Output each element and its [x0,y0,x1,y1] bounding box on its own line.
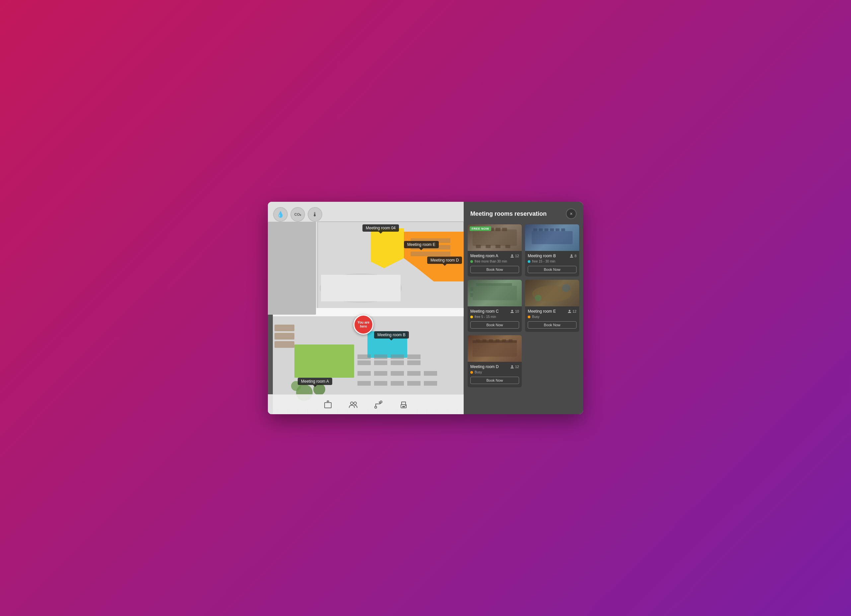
svg-rect-84 [533,228,537,231]
print-toolbar-icon[interactable] [398,399,410,410]
svg-rect-31 [407,381,421,386]
svg-rect-78 [476,245,481,248]
room-card-a[interactable]: FREE NOW Meeting room A 12 free more tha… [468,224,522,276]
room-e-status-text: Busy [532,315,539,319]
room-card-e[interactable]: Meeting room E 12 Busy Book Now [525,280,579,332]
close-button[interactable]: × [566,209,576,219]
people-toolbar-icon[interactable] [347,399,359,410]
svg-rect-32 [424,381,437,386]
room-e-fp-label[interactable]: Meeting room E [404,241,439,248]
svg-rect-83 [532,231,573,244]
svg-point-66 [354,402,356,404]
svg-rect-17 [374,355,387,359]
humidity-sensor-icon[interactable]: 💧 [273,207,288,222]
room-a-info: Meeting room A 12 free more than 30 min … [468,251,522,276]
room-a-image: FREE NOW [468,224,522,251]
svg-rect-91 [473,286,517,300]
room-b-status: free 15 - 30 min [528,260,576,263]
svg-rect-85 [539,228,543,231]
room-d-info: Meeting room D 12 Busy Book Now [468,362,522,387]
room-c-status: free 5 - 15 min [470,315,519,319]
free-now-badge-a: FREE NOW [470,226,491,231]
svg-point-97 [535,295,542,301]
room-c-status-text: free 5 - 15 min [475,315,496,319]
svg-rect-26 [407,371,421,376]
svg-rect-102 [476,339,480,342]
svg-rect-21 [407,355,421,359]
room-d-status: Busy [470,370,519,374]
svg-rect-81 [505,245,510,248]
svg-rect-30 [391,381,404,386]
room-a-book-button[interactable]: Book Now [470,266,519,273]
room-b-status-dot [528,260,531,263]
svg-rect-25 [391,371,404,376]
room-d-fp-label[interactable]: Meeting room D [427,257,462,264]
panel-header: Meeting rooms reservation × [464,202,583,224]
svg-point-90 [571,255,572,256]
room-c-info: Meeting room C 10 free 5 - 15 min Book N… [468,306,522,332]
svg-rect-72 [473,229,517,246]
room-a-name: Meeting room A [470,254,498,258]
room-e-capacity: 12 [568,310,576,313]
room-e-status-dot [528,316,531,318]
svg-rect-29 [374,381,387,386]
floor-plan-area: 💧 CO₂ 🌡 Meeting room 04 Meeting room E M… [268,202,464,414]
bottom-toolbar [268,394,464,414]
svg-rect-12 [275,325,295,331]
room-d-book-button[interactable]: Book Now [470,377,519,384]
room-c-image [468,280,522,306]
panel-title: Meeting rooms reservation [470,210,547,217]
room-b-book-button[interactable]: Book Now [528,266,576,273]
svg-point-108 [511,365,513,367]
room-card-c[interactable]: Meeting room C 10 free 5 - 15 min Book N… [468,280,522,332]
svg-rect-13 [275,333,295,340]
sensor-icons: 💧 CO₂ 🌡 [273,207,322,222]
svg-rect-19 [391,355,404,359]
directions-toolbar-icon[interactable] [372,399,384,410]
co2-sensor-icon[interactable]: CO₂ [290,207,305,222]
room-e-name: Meeting room E [528,309,556,314]
svg-rect-80 [496,245,501,248]
svg-rect-105 [496,339,499,342]
floor-plan-toolbar-icon[interactable] [322,399,334,410]
svg-rect-106 [502,339,506,342]
room-a-fp-label[interactable]: Meeting room A [298,378,332,385]
svg-rect-60 [268,222,316,315]
room-c-book-button[interactable]: Book Now [470,321,519,329]
room-e-book-button[interactable]: Book Now [528,321,576,329]
svg-rect-107 [508,339,513,342]
room-c-name: Meeting room C [470,309,499,314]
app-window: 💧 CO₂ 🌡 Meeting room 04 Meeting room E M… [268,202,583,414]
svg-rect-93 [470,287,473,291]
svg-point-71 [405,405,406,406]
svg-rect-92 [476,283,512,286]
temperature-sensor-icon[interactable]: 🌡 [308,207,322,222]
svg-rect-24 [374,371,387,376]
room-c-status-dot [470,316,473,318]
svg-point-95 [511,310,513,312]
room-d-status-dot [470,371,473,374]
svg-rect-22 [407,361,421,365]
room-b-status-text: free 15 - 30 min [532,260,555,263]
svg-rect-14 [275,341,295,348]
svg-rect-79 [486,245,490,248]
svg-rect-94 [470,293,473,297]
room-b-info: Meeting room B 8 free 15 - 30 min Book N… [525,251,579,276]
svg-rect-16 [358,361,371,365]
room-e-image [525,280,579,306]
svg-rect-88 [556,228,559,231]
svg-point-98 [562,284,570,292]
svg-rect-104 [489,339,493,342]
room-card-b[interactable]: Meeting room B 8 free 15 - 30 min Book N… [525,224,579,276]
room-e-info: Meeting room E 12 Busy Book Now [525,306,579,332]
room-b-image [525,224,579,251]
room-card-d[interactable]: Meeting room D 12 Busy Book Now [468,335,522,387]
svg-rect-76 [496,228,501,231]
svg-rect-89 [561,228,565,231]
svg-point-67 [375,406,377,408]
svg-rect-15 [358,355,371,359]
svg-rect-23 [358,371,371,376]
room-b-fp-label[interactable]: Meeting room B [374,331,409,338]
rooms-grid: FREE NOW Meeting room A 12 free more tha… [464,224,583,414]
room-04-label[interactable]: Meeting room 04 [362,224,399,232]
